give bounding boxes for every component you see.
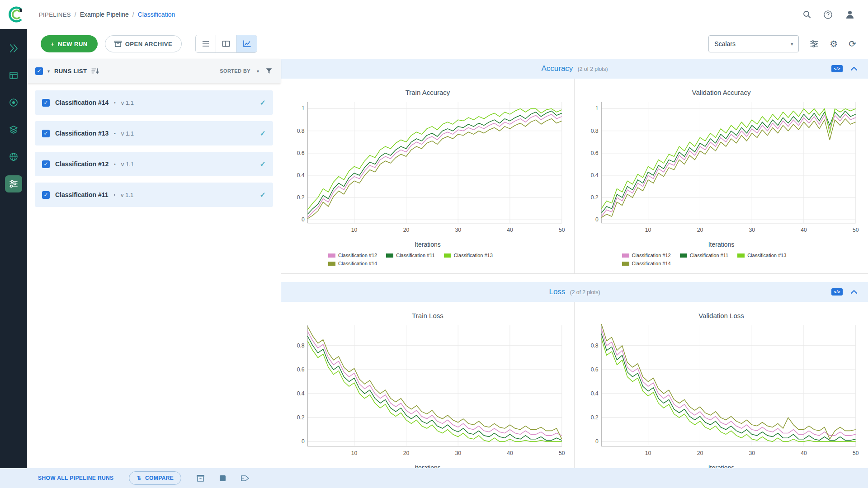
svg-text:20: 20 <box>403 227 410 233</box>
table-view-button[interactable] <box>196 35 216 52</box>
new-run-label: NEW RUN <box>58 41 88 47</box>
section-title: Accuracy <box>541 64 573 73</box>
run-selected-check-icon: ✓ <box>260 129 266 138</box>
loss-section-header: Loss (2 of 2 plots) </> <box>281 282 868 302</box>
dot-separator: • <box>114 192 116 197</box>
legend-label: Classification #12 <box>338 253 377 258</box>
chart-legend: Classification #12Classification #11Clas… <box>622 253 821 266</box>
svg-text:1: 1 <box>595 105 598 112</box>
run-row[interactable]: ✓ Classification #12 • v 1.1 ✓ <box>35 152 273 176</box>
sidebar-item-pipelines[interactable] <box>5 175 22 192</box>
svg-text:0.4: 0.4 <box>297 172 305 178</box>
svg-text:50: 50 <box>559 227 565 233</box>
auto-refresh-icon[interactable]: ⟳ <box>849 38 856 49</box>
show-all-pipeline-runs-button[interactable]: SHOW ALL PIPELINE RUNS <box>38 475 113 481</box>
run-row[interactable]: ✓ Classification #11 • v 1.1 ✓ <box>35 183 273 207</box>
svg-text:10: 10 <box>645 227 651 233</box>
chart-view-button[interactable] <box>236 35 257 52</box>
projects-icon <box>9 43 19 53</box>
filter-icon[interactable] <box>265 68 273 75</box>
svg-text:10: 10 <box>645 450 651 456</box>
run-version: v 1.1 <box>121 192 133 198</box>
run-checkbox[interactable]: ✓ <box>42 99 50 107</box>
clearml-logo[interactable] <box>5 6 27 23</box>
line-chart[interactable]: 102030405000.20.40.60.81 <box>288 98 568 240</box>
metric-variant-select[interactable]: Scalars ▾ <box>708 35 799 52</box>
svg-text:0: 0 <box>302 438 305 445</box>
collapse-section-icon[interactable] <box>851 290 857 294</box>
search-icon[interactable] <box>802 10 811 19</box>
tune-settings-icon[interactable] <box>810 39 819 48</box>
view-mode-toggle <box>195 35 257 53</box>
train-loss-chart[interactable]: Train Loss 102030405000.20.40.60.8 Itera… <box>281 302 575 468</box>
top-header: PIPELINES / Example Pipeline / Classific… <box>0 0 868 29</box>
run-row[interactable]: ✓ Classification #13 • v 1.1 ✓ <box>35 121 273 145</box>
legend-item[interactable]: Classification #11 <box>386 253 434 258</box>
loss-charts-row: Train Loss 102030405000.20.40.60.8 Itera… <box>281 302 868 468</box>
pipeline-toolbar: + NEW RUN OPEN ARCHIVE <box>27 29 868 59</box>
run-version: v 1.1 <box>121 161 134 168</box>
legend-item[interactable]: Classification #13 <box>737 253 786 258</box>
svg-text:0.6: 0.6 <box>590 150 598 156</box>
legend-swatch <box>680 253 687 258</box>
sort-icon[interactable] <box>91 68 99 74</box>
collapse-section-icon[interactable] <box>851 67 857 70</box>
line-chart[interactable]: 102030405000.20.40.60.8 <box>581 321 862 463</box>
run-name[interactable]: Classification #11 <box>55 191 108 198</box>
dot-separator: • <box>114 100 116 105</box>
run-checkbox[interactable]: ✓ <box>42 130 50 137</box>
validation-loss-chart[interactable]: Validation Loss 102030405000.20.40.60.8 … <box>575 302 868 468</box>
select-all-caret-icon[interactable]: ▾ <box>47 69 50 74</box>
svg-text:40: 40 <box>801 450 807 456</box>
sidebar-item-experiments[interactable] <box>5 67 22 84</box>
sidebar-item-workers[interactable] <box>5 94 22 111</box>
open-archive-button[interactable]: OPEN ARCHIVE <box>105 35 182 52</box>
validation-accuracy-chart[interactable]: Validation Accuracy 102030405000.20.40.6… <box>575 79 868 273</box>
run-checkbox[interactable]: ✓ <box>42 160 50 168</box>
legend-item[interactable]: Classification #13 <box>444 253 493 258</box>
chart-x-axis-label: Iterations <box>708 241 735 248</box>
gear-icon[interactable]: ⚙ <box>830 38 838 49</box>
sorted-by-caret-icon[interactable]: ▾ <box>257 69 259 74</box>
run-name[interactable]: Classification #12 <box>55 160 108 168</box>
embed-code-icon[interactable]: </> <box>831 288 843 296</box>
sidebar-item-hyperdatasets[interactable] <box>5 148 22 165</box>
run-name[interactable]: Classification #13 <box>55 130 108 137</box>
compare-button[interactable]: ⇅ COMPARE <box>129 471 181 485</box>
help-icon[interactable] <box>823 10 833 19</box>
tags-icon[interactable] <box>241 475 249 482</box>
breadcrumb-project[interactable]: Example Pipeline <box>80 11 129 18</box>
select-all-checkbox[interactable]: ✓ <box>35 67 43 75</box>
legend-item[interactable]: Classification #12 <box>622 253 671 258</box>
sorted-by-button[interactable]: SORTED BY <box>220 68 250 74</box>
breadcrumb-pipelines[interactable]: PIPELINES <box>39 11 71 18</box>
runs-list: ✓ Classification #14 • v 1.1 ✓ ✓ Classif… <box>27 83 281 468</box>
run-name[interactable]: Classification #14 <box>55 99 108 106</box>
run-row[interactable]: ✓ Classification #14 • v 1.1 ✓ <box>35 90 273 115</box>
legend-item[interactable]: Classification #12 <box>328 253 377 258</box>
line-chart[interactable]: 102030405000.20.40.60.8 <box>288 321 568 463</box>
run-checkbox[interactable]: ✓ <box>42 191 50 199</box>
svg-text:0.8: 0.8 <box>590 343 598 349</box>
legend-swatch <box>622 262 629 266</box>
sidebar-item-datasets[interactable] <box>5 121 22 138</box>
sidebar-item-projects[interactable] <box>5 40 22 57</box>
new-run-button[interactable]: + NEW RUN <box>41 35 98 52</box>
user-avatar[interactable] <box>844 9 855 20</box>
runs-list-header: ✓ ▾ RUNS LIST SORTED BY ▾ <box>27 59 281 83</box>
split-view-button[interactable] <box>216 35 236 52</box>
accuracy-section-header: Accuracy (2 of 2 plots) </> <box>281 59 868 79</box>
train-accuracy-chart[interactable]: Train Accuracy 102030405000.20.40.60.81 … <box>281 79 575 273</box>
chart-title: Train Accuracy <box>406 89 450 96</box>
globe-icon <box>9 152 19 162</box>
svg-text:0.4: 0.4 <box>590 172 598 178</box>
breadcrumb-separator: / <box>75 11 76 18</box>
archive-runs-icon[interactable] <box>197 475 204 482</box>
abort-runs-icon[interactable] <box>220 475 226 481</box>
embed-code-icon[interactable]: </> <box>831 65 843 72</box>
legend-item[interactable]: Classification #11 <box>680 253 728 258</box>
legend-item[interactable]: Classification #14 <box>622 261 671 266</box>
legend-item[interactable]: Classification #14 <box>328 261 377 266</box>
legend-swatch <box>328 253 335 258</box>
line-chart[interactable]: 102030405000.20.40.60.81 <box>581 98 862 240</box>
